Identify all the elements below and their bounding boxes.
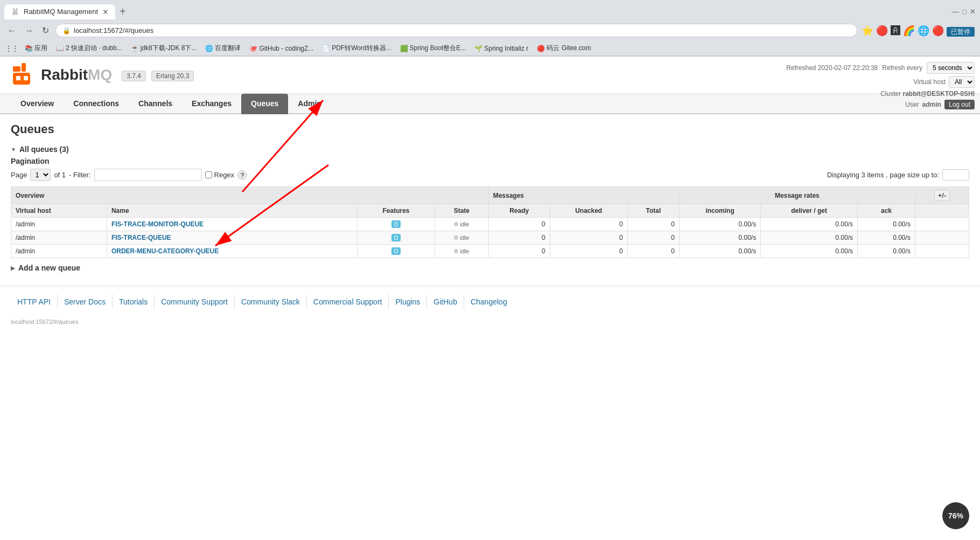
nav-admin[interactable]: Admin xyxy=(288,94,331,114)
page-label: Page xyxy=(11,171,27,179)
table-row: /admin FIS-TRACE-MONITOR-QUEUE D idle 0 … xyxy=(11,218,969,231)
footer-community-slack[interactable]: Community Slack xyxy=(235,294,307,309)
footer-plugins[interactable]: Plugins xyxy=(389,294,427,309)
cell-ack: 0.00/s xyxy=(858,218,915,231)
cell-features: D xyxy=(357,245,435,258)
page-content: Queues ▼ All queues (3) Pagination Page … xyxy=(0,114,980,286)
bookmark-8[interactable]: 🔴 码云 Gitee.com xyxy=(535,43,593,54)
footer-tutorials[interactable]: Tutorials xyxy=(113,294,155,309)
bookmark-5[interactable]: 📄 PDF转Word转换器... xyxy=(320,43,393,54)
refresh-every-label: Refresh every xyxy=(882,64,922,72)
cell-features: D xyxy=(357,218,435,231)
maximize-button[interactable]: □ xyxy=(962,8,967,16)
display-count: Displaying 3 items , page size up to: xyxy=(827,171,939,179)
vhost-info: Virtual host All xyxy=(786,76,975,88)
logo-icon xyxy=(11,62,37,88)
vhost-label: Virtual host xyxy=(913,78,946,86)
tab-close-button[interactable]: ✕ xyxy=(102,8,109,16)
cell-incoming: 0.00/s xyxy=(679,218,760,231)
page-select[interactable]: 1 xyxy=(30,169,51,181)
plus-minus-button[interactable]: +/- xyxy=(934,190,950,201)
bookmark-1[interactable]: 📖 2 快速启动 · dubb... xyxy=(54,43,124,54)
col-ready-header: Ready xyxy=(488,204,550,218)
add-queue-expand-icon: ▶ xyxy=(11,265,15,271)
footer-changelog[interactable]: Changelog xyxy=(464,294,514,309)
state-dot xyxy=(454,222,458,226)
url-bar-bottom: localhost:15672/#/queues xyxy=(0,317,980,326)
cell-vhost: /admin xyxy=(11,245,107,258)
bookmark-4[interactable]: 🐙 GitHub - codingZ... xyxy=(247,44,316,53)
refresh-select[interactable]: 5 seconds xyxy=(927,62,975,74)
minimize-button[interactable]: — xyxy=(952,8,959,16)
cluster-value: rabbit@DESKTOP-0SHI xyxy=(903,90,975,98)
footer-community-support[interactable]: Community Support xyxy=(155,294,235,309)
col-incoming-header: incoming xyxy=(679,204,760,218)
queue-name-link[interactable]: ORDER-MENU-CATEGORY-QUEUE xyxy=(111,247,219,255)
regex-help-button[interactable]: ? xyxy=(237,170,247,180)
table-row: /admin ORDER-MENU-CATEGORY-QUEUE D idle … xyxy=(11,245,969,258)
state-label: idle xyxy=(460,221,469,227)
cell-name[interactable]: FIS-TRACE-QUEUE xyxy=(107,231,357,245)
footer-server-docs[interactable]: Server Docs xyxy=(58,294,113,309)
cell-ready: 0 xyxy=(488,245,550,258)
group-rates-header: Message rates xyxy=(679,187,915,204)
footer-http-api[interactable]: HTTP API xyxy=(11,294,58,309)
table-row: /admin FIS-TRACE-QUEUE D idle 0 0 0 0.00… xyxy=(11,231,969,245)
tab-favicon: 🐰 xyxy=(11,8,19,16)
nav-overview[interactable]: Overview xyxy=(11,94,64,114)
footer-commercial-support[interactable]: Commercial Support xyxy=(307,294,389,309)
svg-rect-3 xyxy=(16,76,20,80)
cell-unacked: 0 xyxy=(550,218,627,231)
cell-extra xyxy=(915,231,969,245)
add-queue-header[interactable]: ▶ Add a new queue xyxy=(11,264,969,272)
logout-button[interactable]: Log out xyxy=(944,100,975,109)
footer-github[interactable]: GitHub xyxy=(427,294,464,309)
col-state-header: State xyxy=(435,204,489,218)
col-deliver-header: deliver / get xyxy=(761,204,858,218)
nav-exchanges[interactable]: Exchanges xyxy=(182,94,241,114)
new-tab-button[interactable]: + xyxy=(115,3,130,20)
filter-input[interactable] xyxy=(94,169,202,181)
bookmark-3[interactable]: 🌐 百度翻译 xyxy=(203,43,243,54)
nav-queues[interactable]: Queues xyxy=(241,94,288,114)
page-size-input[interactable] xyxy=(942,169,969,181)
erlang-badge: Erlang 20.3 xyxy=(151,71,194,81)
bookmark-7[interactable]: 🌱 Spring Initializ r xyxy=(472,44,530,53)
plus-minus-header[interactable]: +/- xyxy=(915,187,969,204)
url-bar[interactable]: 🔒 localhost:15672/#/queues xyxy=(55,24,857,37)
back-button[interactable]: ← xyxy=(5,24,18,38)
bookmark-6[interactable]: 🟩 Spring Boot整合E... xyxy=(398,43,468,54)
filter-label: - Filter: xyxy=(69,171,90,179)
cell-ack: 0.00/s xyxy=(858,245,915,258)
brand-name: RabbitMQ xyxy=(41,66,112,84)
cell-state: idle xyxy=(435,218,489,231)
logo: RabbitMQ xyxy=(11,62,112,88)
group-overview-header: Overview xyxy=(11,187,489,204)
cell-deliver-get: 0.00/s xyxy=(761,231,858,245)
app-header: RabbitMQ 3.7.4 Erlang 20.3 Refreshed 202… xyxy=(0,57,980,94)
close-window-button[interactable]: ✕ xyxy=(970,8,976,16)
cell-incoming: 0.00/s xyxy=(679,231,760,245)
vhost-select[interactable]: All xyxy=(949,76,975,88)
cell-total: 0 xyxy=(627,245,679,258)
state-label: idle xyxy=(460,234,469,241)
forward-button[interactable]: → xyxy=(23,24,36,38)
cell-extra xyxy=(915,245,969,258)
regex-checkbox[interactable] xyxy=(205,171,212,178)
queue-name-link[interactable]: FIS-TRACE-MONITOR-QUEUE xyxy=(111,220,204,228)
nav-connections[interactable]: Connections xyxy=(64,94,129,114)
bookmark-2[interactable]: ☕ jdk8下载-JDK 8下... xyxy=(129,43,199,54)
table-container: Overview Messages Message rates +/- Virt… xyxy=(11,186,969,258)
queue-name-link[interactable]: FIS-TRACE-QUEUE xyxy=(111,234,171,241)
cell-name[interactable]: FIS-TRACE-MONITOR-QUEUE xyxy=(107,218,357,231)
apps-icon[interactable]: ⋮⋮ xyxy=(5,45,18,52)
cell-name[interactable]: ORDER-MENU-CATEGORY-QUEUE xyxy=(107,245,357,258)
bookmark-apps[interactable]: 📚 应用 xyxy=(23,43,50,54)
tab-bar: 🐰 RabbitMQ Management ✕ + — □ ✕ xyxy=(0,0,980,20)
header-right: Refreshed 2020-02-07 22:20:38 Refresh ev… xyxy=(786,62,975,109)
cell-deliver-get: 0.00/s xyxy=(761,245,858,258)
refresh-button[interactable]: ↻ xyxy=(40,23,51,38)
nav-channels[interactable]: Channels xyxy=(129,94,182,114)
col-unacked-header: Unacked xyxy=(550,204,627,218)
all-queues-section-header[interactable]: ▼ All queues (3) xyxy=(11,142,969,157)
